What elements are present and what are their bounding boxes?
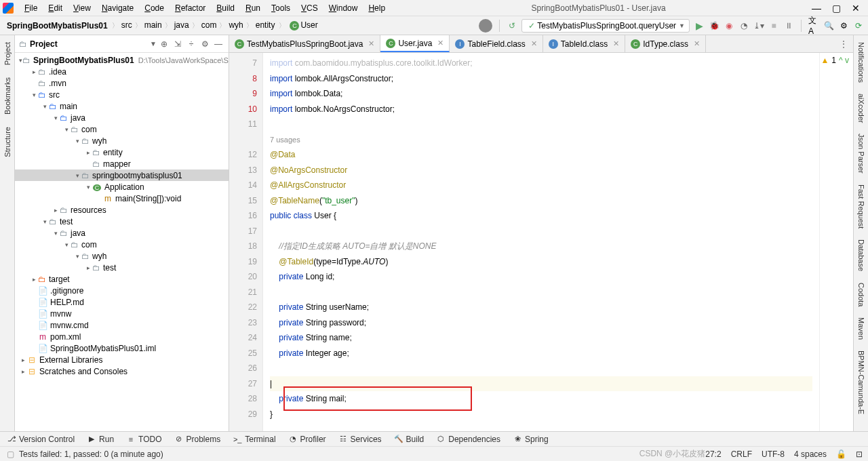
- tab-tablefield-class[interactable]: ITableField.class✕: [450, 35, 542, 52]
- code-line-16[interactable]: public class User {: [270, 208, 812, 224]
- stop-button[interactable]: ■: [768, 20, 779, 31]
- tree-item-mapper[interactable]: 🗀mapper: [15, 158, 229, 169]
- code-line-22[interactable]: private String userName;: [270, 300, 812, 315]
- code-line-18[interactable]: //指定ID生成策略 AUTO=自增 默认是NONE: [270, 239, 812, 254]
- menu-file[interactable]: File: [19, 2, 43, 14]
- memory-icon[interactable]: ⊡: [856, 449, 863, 459]
- code-line-10[interactable]: import lombok.NoArgsConstructor;: [270, 102, 812, 117]
- code-line-12[interactable]: @Data: [270, 147, 812, 163]
- bottom-tool-version-control[interactable]: ⎇Version Control: [7, 435, 75, 444]
- menu-help[interactable]: Help: [363, 2, 391, 14]
- code-line-15[interactable]: @TableName("tb_user"): [270, 193, 812, 209]
- expand-icon[interactable]: ⇲: [172, 38, 184, 50]
- breadcrumb-main[interactable]: main: [142, 19, 165, 31]
- sync-icon[interactable]: ⟳: [853, 20, 864, 31]
- settings-icon[interactable]: ⚙: [838, 20, 849, 31]
- breadcrumb-entity[interactable]: entity: [253, 19, 278, 31]
- code-line-21[interactable]: [270, 285, 812, 300]
- breadcrumb-root[interactable]: SpringBootMybatisPlus01: [4, 20, 111, 32]
- translate-icon[interactable]: 文A: [808, 20, 819, 31]
- code-content[interactable]: import com.baomidou.mybatisplus.core.too…: [263, 53, 819, 431]
- tab-tableid-class[interactable]: ITableId.class✕: [543, 35, 625, 52]
- code-line-19[interactable]: @TableId(type=IdType.AUTO): [270, 254, 812, 270]
- breadcrumb-java[interactable]: java: [172, 19, 192, 31]
- status-icon[interactable]: ▢: [5, 449, 15, 459]
- tree-item-java[interactable]: ▾🗀java: [15, 112, 229, 123]
- tree-externals[interactable]: ▸⊟External Libraries: [15, 354, 229, 365]
- profile-icon[interactable]: ◔: [738, 20, 749, 31]
- left-tab-structure[interactable]: Structure: [3, 124, 12, 160]
- hide-icon[interactable]: —: [212, 38, 224, 50]
- tree-item-src[interactable]: ▾🗀src: [15, 89, 229, 100]
- tree-item-test[interactable]: ▸🗀test: [15, 262, 229, 273]
- menu-window[interactable]: Window: [323, 2, 363, 14]
- right-tab-notifications[interactable]: Notifications: [857, 39, 865, 85]
- collapse-icon[interactable]: ÷: [185, 38, 197, 50]
- close-tab-icon[interactable]: ✕: [368, 39, 374, 48]
- tree-item-mvnw-cmd[interactable]: 📄mvnw.cmd: [15, 319, 229, 331]
- menu-view[interactable]: View: [68, 2, 96, 14]
- right-tab-fast-request[interactable]: Fast Request: [857, 182, 865, 231]
- menu-build[interactable]: Build: [211, 2, 240, 14]
- menu-refactor[interactable]: Refactor: [170, 2, 211, 14]
- indent[interactable]: 4 spaces: [794, 449, 827, 459]
- close-tab-icon[interactable]: ✕: [694, 39, 700, 48]
- coverage-icon[interactable]: ◉: [724, 20, 734, 31]
- close-tab-icon[interactable]: ✕: [613, 39, 619, 48]
- right-tab-codota[interactable]: Codota: [857, 280, 865, 309]
- bottom-tool-dependencies[interactable]: ⬡Dependencies: [436, 435, 500, 444]
- left-tab-project[interactable]: Project: [3, 39, 12, 68]
- code-line-23[interactable]: private String password;: [270, 315, 812, 331]
- minimize-button[interactable]: —: [812, 3, 821, 14]
- bottom-tool-build[interactable]: 🔨Build: [394, 435, 425, 444]
- tree-item-target[interactable]: ▸🗀target: [15, 273, 229, 285]
- code-line-26[interactable]: [270, 361, 812, 376]
- tree-item--gitignore[interactable]: 📄.gitignore: [15, 285, 229, 296]
- tree-item-springbootmybatisplus01-iml[interactable]: 📄SpringBootMybatisPlus01.iml: [15, 342, 229, 354]
- tree-item--idea[interactable]: ▸🗀.idea: [15, 66, 229, 77]
- tree-scratches[interactable]: ▸⊟Scratches and Consoles: [15, 365, 229, 377]
- maximize-button[interactable]: ▢: [832, 3, 841, 14]
- tab-user-java[interactable]: CUser.java✕: [380, 35, 450, 52]
- right-tab-json-parser[interactable]: Json Parser: [857, 131, 865, 176]
- tabs-more-icon[interactable]: ⋮: [834, 35, 853, 52]
- menu-navigate[interactable]: Navigate: [96, 2, 139, 14]
- minimap[interactable]: ▲1 ^ v: [819, 53, 853, 431]
- bottom-tool-todo[interactable]: ≡TODO: [126, 435, 161, 444]
- code-line-11[interactable]: [270, 117, 812, 132]
- tab-testmybatisplusspringboot-java[interactable]: CTestMybatisPlusSpringBoot.java✕: [229, 35, 380, 52]
- run-button[interactable]: ▶: [694, 20, 705, 31]
- tree-item-main[interactable]: ▾🗀main: [15, 100, 229, 112]
- code-line-7[interactable]: import com.baomidou.mybatisplus.core.too…: [270, 56, 812, 71]
- right-tab-bpmn-camunda-e[interactable]: BPMN-Camunda-E: [857, 348, 865, 417]
- bottom-tool-spring[interactable]: ❀Spring: [513, 435, 549, 444]
- menu-edit[interactable]: Edit: [43, 2, 68, 14]
- tree-item--mvn[interactable]: 🗀.mvn: [15, 77, 229, 89]
- breadcrumb-com[interactable]: com: [199, 19, 220, 31]
- inspection-badge[interactable]: ▲1 ^ v: [821, 56, 849, 65]
- code-line-24[interactable]: private String name;: [270, 330, 812, 346]
- settings-icon[interactable]: ⚙: [199, 38, 211, 50]
- tree-item-com[interactable]: ▾🗀com: [15, 239, 229, 250]
- right-tab-aixcoder[interactable]: aiXcoder: [857, 91, 865, 125]
- tree-item-wyh[interactable]: ▾🗀wyh: [15, 135, 229, 146]
- code-line-25[interactable]: private Integer age;: [270, 346, 812, 361]
- code-line-8[interactable]: import lombok.AllArgsConstructor;: [270, 71, 812, 87]
- code-line-13[interactable]: @NoArgsConstructor: [270, 163, 812, 178]
- search-icon[interactable]: 🔍: [823, 20, 834, 31]
- code-line-28[interactable]: private String mail;: [270, 391, 812, 407]
- code-line-14[interactable]: @AllArgsConstructor: [270, 178, 812, 193]
- project-tree[interactable]: ▾🗀SpringBootMybatisPlus01D:\Tools\JavaWo…: [15, 53, 229, 431]
- menu-run[interactable]: Run: [240, 2, 266, 14]
- bottom-tool-profiler[interactable]: ◔Profiler: [288, 435, 326, 444]
- encoding[interactable]: UTF-8: [762, 449, 785, 459]
- attach-icon[interactable]: ⤓▾: [753, 20, 764, 31]
- tree-item-wyh[interactable]: ▾🗀wyh: [15, 250, 229, 262]
- bottom-tool-run[interactable]: ▶Run: [87, 435, 114, 444]
- tree-root[interactable]: ▾🗀SpringBootMybatisPlus01D:\Tools\JavaWo…: [15, 54, 229, 66]
- tree-item-springbootmybatisplus01[interactable]: ▾🗀springbootmybatisplus01: [15, 169, 229, 181]
- code-line-9[interactable]: import lombok.Data;: [270, 86, 812, 102]
- tree-item-entity[interactable]: ▸🗀entity: [15, 146, 229, 158]
- tree-item-resources[interactable]: ▸🗀resources: [15, 204, 229, 216]
- breadcrumb-class[interactable]: CUser: [287, 19, 320, 32]
